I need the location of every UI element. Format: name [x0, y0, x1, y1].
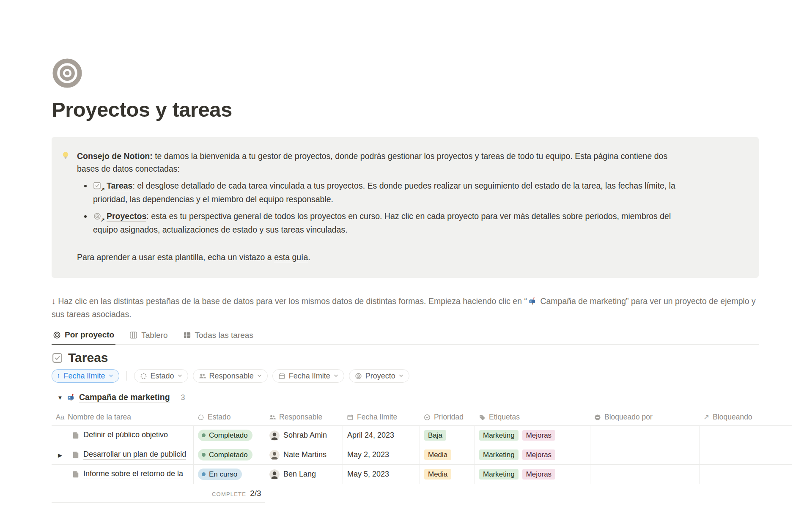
task-name-cell[interactable]: Definir el público objetivo: [52, 426, 193, 445]
assignee-cell[interactable]: Ben Lang: [265, 465, 343, 484]
task-name-cell[interactable]: Informe sobre el retorno de la: [52, 465, 193, 484]
tasks-database-link-icon[interactable]: ↗: [93, 182, 102, 190]
due-date-cell[interactable]: May 2, 2023: [343, 445, 420, 464]
assignee-name: Sohrab Amin: [283, 431, 327, 440]
filter-pill-responsable[interactable]: Responsable: [193, 369, 268, 383]
callout-intro-bold: Consejo de Notion:: [77, 151, 153, 161]
priority-cell[interactable]: Media: [420, 445, 475, 464]
sort-label: Fecha límite: [64, 372, 105, 381]
task-name-link[interactable]: Informe sobre el retorno de la: [83, 469, 183, 479]
priority-badge: Baja: [424, 430, 446, 441]
due-date-cell[interactable]: May 5, 2023: [343, 465, 420, 484]
due-date: May 2, 2023: [347, 450, 389, 459]
complete-calculation[interactable]: COMPLETE 2/3: [212, 489, 261, 498]
priority-cell[interactable]: Media: [420, 465, 475, 484]
chevron-down-icon: [178, 374, 182, 378]
sort-pill-fecha-limite[interactable]: ↑ Fecha límite: [52, 369, 119, 383]
group-title[interactable]: Campaña de marketing: [79, 392, 170, 403]
chevron-down-icon: [257, 374, 262, 378]
tag-badge: Marketing: [479, 449, 518, 460]
blocking-cell[interactable]: [699, 445, 792, 464]
projects-database-link-icon[interactable]: ↗: [93, 212, 102, 221]
priority-cell[interactable]: Baja: [420, 426, 475, 445]
page-icon: [72, 471, 80, 478]
assignee-cell[interactable]: Nate Martins: [265, 445, 343, 464]
list-item: ↗ Proyectos: esta es tu perspectiva gene…: [92, 209, 686, 236]
guide-link[interactable]: esta guía: [274, 252, 308, 262]
link-arrow-icon: ↗: [101, 217, 105, 222]
column-label: Bloqueando: [713, 413, 752, 422]
column-label: Fecha límite: [357, 413, 397, 422]
status-cell[interactable]: En curso: [193, 465, 265, 484]
people-icon: [199, 373, 206, 380]
target-icon: [53, 331, 61, 339]
tags-cell[interactable]: MarketingMejoras: [475, 426, 590, 445]
complete-value: 2/3: [250, 489, 261, 498]
avatar: [269, 430, 280, 441]
column-header-fecha-limite[interactable]: Fecha límite: [343, 409, 420, 425]
status-label: Completado: [209, 451, 248, 459]
tags-cell[interactable]: MarketingMejoras: [475, 465, 590, 484]
tab-label: Tablero: [141, 331, 167, 340]
status-badge: Completado: [198, 430, 252, 441]
table-footer-row: COMPLETE 2/3: [52, 484, 265, 503]
filter-pill-fecha-limite[interactable]: Fecha límite: [272, 369, 344, 383]
column-header-etiquetas[interactable]: Etiquetas: [475, 409, 590, 425]
filter-pill-estado[interactable]: Estado: [134, 369, 188, 383]
column-label: Bloqueado por: [604, 413, 653, 422]
blocking-cell[interactable]: [699, 465, 792, 484]
task-name-link[interactable]: Definir el público objetivo: [83, 430, 168, 440]
tag-badge: Marketing: [479, 469, 518, 480]
avatar: [269, 469, 280, 480]
callout-bullet-list: ↗ Tareas: el desglose detallado de cada …: [77, 179, 686, 236]
column-header-nombre[interactable]: AaNombre de la tarea: [52, 409, 193, 425]
status-spinner-icon: [140, 373, 147, 380]
filter-label: Proyecto: [365, 372, 395, 381]
column-header-prioridad[interactable]: Prioridad: [420, 409, 475, 425]
filter-label: Responsable: [209, 372, 254, 381]
column-header-responsable[interactable]: Responsable: [265, 409, 343, 425]
task-name-cell[interactable]: ▶ Desarrollar un plan de publicid: [52, 445, 193, 464]
tab-por-proyecto[interactable]: Por proyecto: [52, 326, 115, 345]
blocked-icon: [594, 414, 601, 421]
column-header-bloqueado-por[interactable]: Bloqueado por: [590, 409, 699, 425]
page-target-icon[interactable]: [52, 58, 83, 89]
checkbox-icon: [52, 352, 63, 364]
tags-cell[interactable]: MarketingMejoras: [475, 445, 590, 464]
due-date-cell[interactable]: April 24, 2023: [343, 426, 420, 445]
blocking-cell[interactable]: [699, 426, 792, 445]
assignee-cell[interactable]: Sohrab Amin: [265, 426, 343, 445]
task-name-link[interactable]: Desarrollar un plan de publicid: [83, 450, 186, 460]
blocked-by-cell[interactable]: [590, 445, 699, 464]
chevron-down-icon: [109, 374, 113, 378]
status-label: En curso: [209, 470, 237, 479]
text-property-icon: Aa: [56, 413, 64, 421]
page-title: Proyectos y tareas: [52, 97, 760, 122]
tab-tablero[interactable]: Tablero: [128, 326, 169, 344]
status-dot-icon: [202, 472, 206, 476]
chevron-down-icon: [399, 374, 403, 378]
people-icon: [269, 414, 276, 421]
column-label: Responsable: [279, 413, 322, 422]
projects-link-label[interactable]: Proyectos: [107, 211, 146, 222]
column-header-bloqueando[interactable]: ↗Bloqueando: [699, 409, 792, 425]
blocked-by-cell[interactable]: [590, 465, 699, 484]
row-expand-toggle[interactable]: ▶: [58, 452, 62, 458]
blocked-by-cell[interactable]: [590, 426, 699, 445]
callout-intro-text: te damos la bienvenida a tu gestor de pr…: [77, 151, 667, 173]
tab-todas-las-tareas[interactable]: Todas las tareas: [182, 326, 255, 344]
filter-pill-proyecto[interactable]: Proyecto: [349, 369, 409, 383]
column-header-estado[interactable]: Estado: [193, 409, 265, 425]
status-cell[interactable]: Completado: [193, 426, 265, 445]
tag-badge: Mejoras: [522, 469, 555, 480]
chevron-down-icon: [334, 374, 338, 378]
tasks-link-label[interactable]: Tareas: [107, 181, 132, 191]
list-item: ↗ Tareas: el desglose detallado de cada …: [92, 179, 686, 206]
group-collapse-toggle[interactable]: ▼: [56, 395, 64, 401]
status-dot-icon: [202, 433, 206, 437]
calendar-icon: [278, 373, 285, 380]
assignee-name: Ben Lang: [283, 470, 316, 479]
tab-label: Por proyecto: [65, 330, 114, 340]
notion-tip-callout: Consejo de Notion: te damos la bienvenid…: [52, 137, 759, 278]
status-cell[interactable]: Completado: [193, 445, 265, 464]
